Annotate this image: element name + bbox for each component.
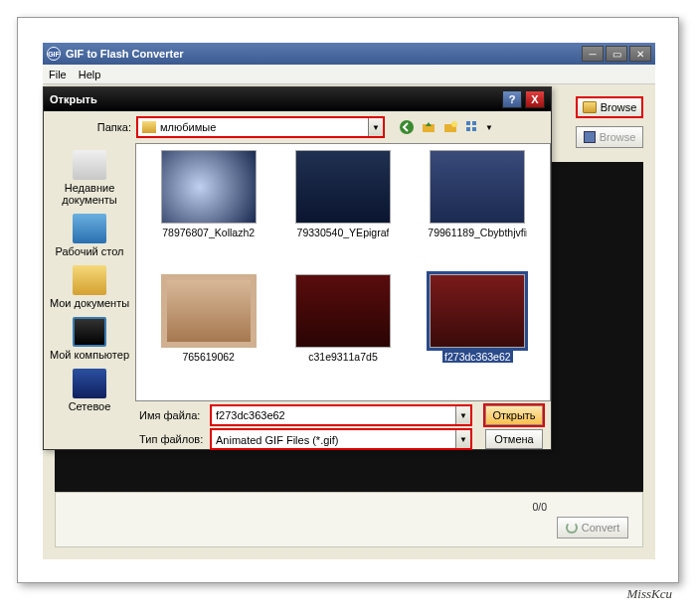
file-item[interactable]: 765619062 xyxy=(142,274,274,394)
documents-icon xyxy=(73,265,106,295)
bottom-bar: 0/0 Convert xyxy=(55,492,643,547)
thumbnail-icon xyxy=(161,150,257,224)
filename-dropdown-button[interactable]: ▼ xyxy=(455,405,471,425)
svg-rect-6 xyxy=(466,127,470,131)
new-folder-icon[interactable] xyxy=(441,118,459,136)
up-folder-icon[interactable] xyxy=(420,118,437,136)
app-icon: GIF xyxy=(47,47,61,61)
views-icon[interactable] xyxy=(463,118,481,136)
filetype-dropdown-button[interactable]: ▼ xyxy=(455,429,471,449)
file-item[interactable]: 79961189_Cbybthjvfirb xyxy=(412,150,544,270)
folder-icon xyxy=(583,101,597,113)
app-window: GIF GIF to Flash Converter ─ ▭ ✕ File He… xyxy=(43,43,655,559)
menu-help[interactable]: Help xyxy=(79,69,101,80)
convert-button[interactable]: Convert xyxy=(557,517,628,539)
file-item-selected[interactable]: f273dc363e62 xyxy=(412,274,544,394)
signature-watermark: MissKcu xyxy=(627,586,673,602)
folder-label: Папка: xyxy=(93,121,131,133)
thumbnail-icon xyxy=(430,150,525,224)
file-grid: 78976807_Kollazh2 79330540_YEpigraf 7996… xyxy=(135,143,551,401)
place-documents[interactable]: Мои документы xyxy=(49,262,130,312)
dialog-titlebar[interactable]: Открыть ? X xyxy=(44,87,551,111)
app-title-text: GIF to Flash Converter xyxy=(66,48,582,60)
cancel-button[interactable]: Отмена xyxy=(485,429,543,449)
place-computer[interactable]: Мой компьютер xyxy=(49,314,130,364)
svg-rect-7 xyxy=(472,127,476,131)
folder-combo[interactable]: млюбимые xyxy=(137,117,368,137)
maximize-button[interactable]: ▭ xyxy=(606,46,627,62)
app-titlebar[interactable]: GIF GIF to Flash Converter ─ ▭ ✕ xyxy=(43,43,655,65)
views-dropdown-icon[interactable]: ▼ xyxy=(485,123,493,132)
chevron-down-icon: ▼ xyxy=(459,411,467,420)
desktop-icon xyxy=(73,214,106,243)
menu-file[interactable]: File xyxy=(49,69,67,80)
convert-icon xyxy=(566,522,578,534)
chevron-down-icon: ▼ xyxy=(372,123,380,132)
disk-icon xyxy=(584,131,596,143)
recent-icon xyxy=(73,150,106,180)
places-bar: Недавние документы Рабочий стол Мои доку… xyxy=(44,143,135,401)
browse-button-secondary[interactable]: Browse xyxy=(576,126,643,148)
dialog-close-button[interactable]: X xyxy=(525,90,545,108)
file-item[interactable]: 79330540_YEpigraf xyxy=(276,150,409,270)
filename-label: Имя файла: xyxy=(139,409,205,421)
thumbnail-icon xyxy=(161,274,257,348)
file-item[interactable]: 78976807_Kollazh2 xyxy=(142,150,274,270)
chevron-down-icon: ▼ xyxy=(459,435,467,444)
browse-button-primary[interactable]: Browse xyxy=(576,96,643,118)
place-network[interactable]: Сетевое xyxy=(49,366,130,415)
thumbnail-icon xyxy=(295,150,391,224)
open-dialog: Открыть ? X Папка: млюбимые ▼ xyxy=(43,86,552,450)
back-icon[interactable] xyxy=(398,118,416,136)
svg-rect-5 xyxy=(472,121,476,125)
menu-bar: File Help xyxy=(43,65,655,84)
thumbnail-icon xyxy=(295,274,391,348)
status-counter: 0/0 xyxy=(532,501,547,513)
svg-rect-4 xyxy=(466,121,470,125)
filename-input[interactable] xyxy=(211,405,455,425)
minimize-button[interactable]: ─ xyxy=(582,46,604,62)
dialog-help-button[interactable]: ? xyxy=(502,90,522,108)
svg-point-0 xyxy=(400,120,414,134)
place-desktop[interactable]: Рабочий стол xyxy=(49,211,130,260)
open-button[interactable]: Открыть xyxy=(485,405,543,425)
filetype-label: Тип файлов: xyxy=(139,433,205,445)
folder-dropdown-button[interactable]: ▼ xyxy=(368,117,384,137)
folder-icon xyxy=(142,121,156,133)
close-button[interactable]: ✕ xyxy=(629,46,651,62)
svg-point-3 xyxy=(451,121,457,127)
thumbnail-icon xyxy=(430,274,525,348)
network-icon xyxy=(73,369,106,398)
filetype-select[interactable]: Animated GIF Files (*.gif) xyxy=(211,429,455,449)
file-item[interactable]: c31e9311a7d5 xyxy=(276,274,409,394)
place-recent[interactable]: Недавние документы xyxy=(49,147,130,209)
computer-icon xyxy=(73,317,106,347)
